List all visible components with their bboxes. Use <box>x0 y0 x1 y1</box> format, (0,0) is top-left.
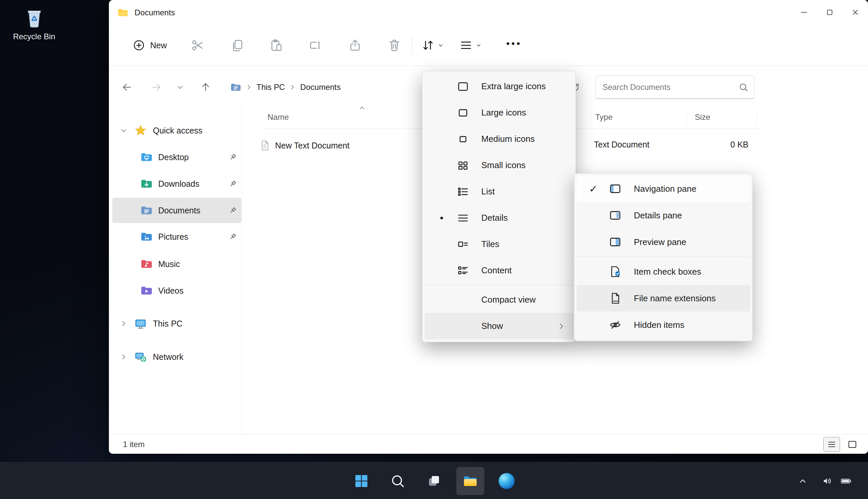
sidebar-item-desktop[interactable]: Desktop <box>112 145 241 170</box>
rename-button[interactable] <box>305 35 326 56</box>
toolbar-separator <box>412 37 412 54</box>
submenu-item-file-name-extensions[interactable]: File name extensions <box>577 285 750 312</box>
submenu-item-details-pane[interactable]: Details pane <box>577 202 750 229</box>
sidebar-item-this-pc[interactable]: This PC <box>112 311 241 336</box>
battery-icon[interactable] <box>839 474 853 488</box>
chevron-right-icon[interactable] <box>119 319 128 328</box>
view-button[interactable] <box>458 35 482 56</box>
sidebar-item-quick-access[interactable]: Quick access <box>112 118 241 143</box>
pictures-folder-icon <box>140 230 153 243</box>
up-button[interactable] <box>196 77 215 97</box>
column-header-type[interactable]: Type <box>595 110 613 124</box>
submenu-item-hidden-items[interactable]: Hidden items <box>577 312 750 338</box>
column-separator[interactable] <box>686 110 687 125</box>
details-pane-icon <box>608 208 622 222</box>
sidebar-item-documents[interactable]: Documents <box>112 198 241 223</box>
search-icon <box>390 473 406 489</box>
view-menu: Extra large icons Large icons Medium ico… <box>422 71 576 342</box>
menu-item-medium-icons[interactable]: Medium icons <box>425 126 573 152</box>
window-title: Documents <box>135 8 175 17</box>
start-button[interactable] <box>347 467 375 495</box>
medium-icons-icon <box>456 132 470 146</box>
recycle-bin-icon <box>25 6 44 30</box>
back-arrow-icon <box>121 82 133 93</box>
menu-item-compact-view[interactable]: Compact view <box>425 287 573 313</box>
sidebar-item-network[interactable]: Network <box>112 344 241 369</box>
windows-logo-icon <box>353 473 370 489</box>
submenu-item-item-check-boxes[interactable]: Item check boxes <box>577 258 750 285</box>
copy-button[interactable] <box>227 35 248 56</box>
back-button[interactable] <box>117 77 136 97</box>
pin-icon <box>228 179 238 189</box>
taskbar-file-explorer-button[interactable] <box>456 467 484 495</box>
more-options-button[interactable]: ••• <box>504 35 524 56</box>
menu-item-details[interactable]: • Details <box>425 205 573 231</box>
delete-button[interactable] <box>384 35 405 56</box>
menu-item-tiles[interactable]: Tiles <box>425 231 573 257</box>
submenu-item-preview-pane[interactable]: Preview pane <box>577 229 750 255</box>
recent-locations-button[interactable] <box>171 77 189 97</box>
menu-item-large-icons[interactable]: Large icons <box>425 99 573 126</box>
star-icon <box>134 124 147 137</box>
sidebar-item-music[interactable]: Music <box>112 251 241 277</box>
details-view-toggle[interactable] <box>823 437 840 452</box>
thumbnail-view-toggle[interactable] <box>844 437 861 452</box>
menu-item-content[interactable]: Content <box>425 257 573 284</box>
minimize-button[interactable] <box>791 0 817 25</box>
pin-icon <box>228 231 238 242</box>
share-button[interactable] <box>345 35 365 56</box>
documents-folder-icon <box>140 204 153 217</box>
paste-button[interactable] <box>266 35 287 56</box>
recycle-bin-desktop-icon[interactable]: Recycle Bin <box>7 6 62 41</box>
item-count: 1 item <box>123 440 145 449</box>
menu-item-small-icons[interactable]: Small icons <box>425 152 573 179</box>
cut-button[interactable] <box>188 35 208 56</box>
chevron-right-icon[interactable] <box>119 353 128 361</box>
menu-item-extra-large-icons[interactable]: Extra large icons <box>425 73 573 99</box>
hidden-items-icon <box>608 318 622 332</box>
status-bar: 1 item <box>109 435 868 454</box>
file-size: 0 KB <box>675 140 748 149</box>
desktop-folder-icon <box>140 150 153 164</box>
sidebar-item-pictures[interactable]: Pictures <box>112 224 241 250</box>
volume-icon[interactable] <box>820 474 835 488</box>
breadcrumb-this-pc[interactable]: This PC <box>252 83 289 92</box>
tray-chevron-up-icon[interactable] <box>795 474 810 488</box>
forward-button[interactable] <box>147 77 166 97</box>
titlebar[interactable]: Documents <box>109 0 868 25</box>
menu-item-show[interactable]: Show <box>425 313 573 339</box>
taskbar-search-button[interactable] <box>384 467 412 495</box>
task-view-button[interactable] <box>420 467 448 495</box>
search-box <box>595 75 755 99</box>
sidebar-item-downloads[interactable]: Downloads <box>112 171 241 196</box>
small-icons-icon <box>456 158 470 172</box>
checkmark-icon: ✓ <box>584 183 602 195</box>
window-folder-icon <box>117 7 129 19</box>
this-pc-label: This PC <box>153 319 182 329</box>
search-input[interactable] <box>596 83 738 92</box>
sidebar-item-label: Videos <box>158 286 183 296</box>
edge-browser-button[interactable] <box>493 467 521 495</box>
maximize-button[interactable] <box>817 0 842 25</box>
trash-icon <box>387 38 402 52</box>
breadcrumb-documents[interactable]: Documents <box>296 83 345 92</box>
close-button[interactable] <box>842 0 868 25</box>
sidebar-item-videos[interactable]: Videos <box>112 278 241 303</box>
menu-item-list[interactable]: List <box>425 179 573 205</box>
chevron-down-icon <box>437 41 444 49</box>
chevron-down-icon <box>475 41 482 49</box>
list-view-icon <box>456 185 470 199</box>
column-header-name[interactable]: Name <box>267 110 289 124</box>
column-header-size[interactable]: Size <box>695 110 710 124</box>
music-folder-icon <box>140 257 153 271</box>
thumbnail-view-icon <box>847 439 858 450</box>
submenu-item-navigation-pane[interactable]: ✓ Navigation pane <box>577 175 750 202</box>
column-separator[interactable] <box>757 110 757 125</box>
plus-circle-icon <box>132 39 146 52</box>
new-button[interactable]: New <box>125 35 176 56</box>
column-separator[interactable] <box>590 110 591 125</box>
sort-button[interactable] <box>420 35 444 56</box>
this-pc-icon <box>134 317 147 330</box>
chevron-down-icon <box>176 83 184 92</box>
chevron-down-icon[interactable] <box>119 126 128 135</box>
